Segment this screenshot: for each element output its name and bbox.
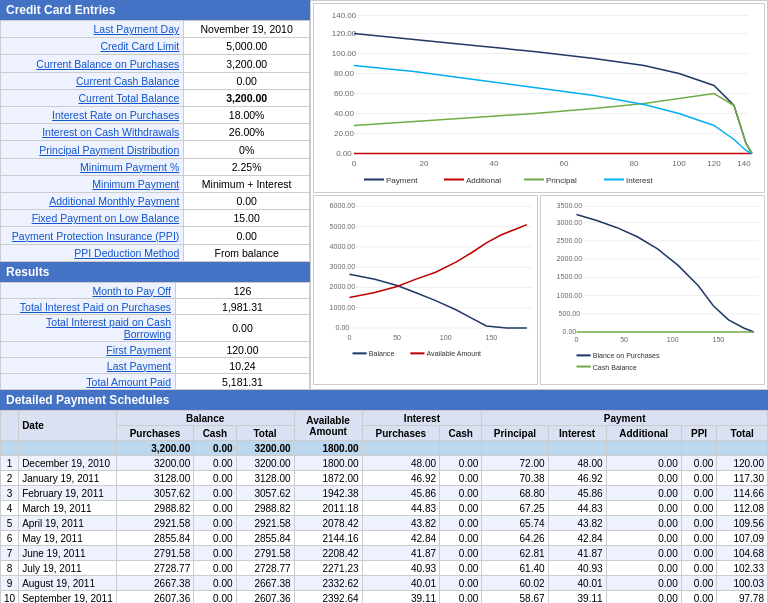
cell-num: 3 — [1, 486, 19, 501]
result-label[interactable]: First Payment — [1, 342, 176, 358]
result-label[interactable]: Last Payment — [1, 358, 176, 374]
cell-additional: 0.00 — [606, 561, 681, 576]
svg-text:50: 50 — [393, 334, 401, 342]
cell-principal — [482, 441, 548, 456]
field-label[interactable]: Last Payment Day — [1, 21, 184, 38]
cell-date: June 19, 2011 — [19, 546, 117, 561]
results-header: Results — [0, 262, 310, 282]
cell-int-cash — [440, 441, 482, 456]
cell-num: 8 — [1, 561, 19, 576]
cell-available: 1800.00 — [294, 441, 362, 456]
field-label-current-cash-balance[interactable]: Current Cash Balance — [1, 72, 184, 89]
cell-total: 2988.82 — [236, 501, 294, 516]
cell-interest-pay: 40.93 — [548, 561, 606, 576]
cell-cash: 0.00 — [194, 516, 236, 531]
cell-date: December 19, 2010 — [19, 456, 117, 471]
field-label[interactable]: Fixed Payment on Low Balance — [1, 210, 184, 227]
cell-total-pay: 120.00 — [717, 456, 768, 471]
cell-available: 1872.00 — [294, 471, 362, 486]
cell-purchases: 2855.84 — [116, 531, 193, 546]
cell-int-cash: 0.00 — [440, 456, 482, 471]
cell-total: 2921.58 — [236, 516, 294, 531]
field-value: 18.00% — [184, 107, 310, 124]
svg-text:100: 100 — [672, 159, 686, 168]
cell-additional: 0.00 — [606, 471, 681, 486]
cell-date: July 19, 2011 — [19, 561, 117, 576]
cell-total-pay: 100.03 — [717, 576, 768, 591]
field-label[interactable]: Principal Payment Distribution — [1, 141, 184, 158]
result-label[interactable]: Total Amount Paid — [1, 374, 176, 390]
cell-total: 2607.36 — [236, 591, 294, 604]
cell-int-cash: 0.00 — [440, 591, 482, 604]
result-value: 126 — [176, 283, 310, 299]
cell-additional: 0.00 — [606, 531, 681, 546]
svg-text:0.00: 0.00 — [335, 324, 349, 332]
cell-purchases: 2791.58 — [116, 546, 193, 561]
cell-total-pay: 107.09 — [717, 531, 768, 546]
cell-ppi: 0.00 — [681, 501, 717, 516]
result-label[interactable]: Total Interest Paid on Purchases — [1, 299, 176, 315]
table-row: 3 February 19, 2011 3057.62 0.00 3057.62… — [1, 486, 768, 501]
field-label[interactable]: Current Total Balance — [1, 89, 184, 106]
field-label[interactable]: Current Balance on Purchases — [1, 55, 184, 72]
field-label[interactable]: Interest Rate on Purchases — [1, 107, 184, 124]
cell-total: 3057.62 — [236, 486, 294, 501]
col-available: AvailableAmount — [294, 411, 362, 441]
cell-int-cash: 0.00 — [440, 501, 482, 516]
table-row: Minimum Payment % 2.25% — [1, 158, 310, 175]
svg-text:0: 0 — [348, 334, 352, 342]
cell-cash: 0.00 — [194, 456, 236, 471]
cell-available: 1942.38 — [294, 486, 362, 501]
svg-text:150: 150 — [712, 336, 724, 344]
table-row: Principal Payment Distribution 0% — [1, 141, 310, 158]
cell-cash: 0.00 — [194, 531, 236, 546]
cell-ppi: 0.00 — [681, 531, 717, 546]
result-label[interactable]: Month to Pay Off — [1, 283, 176, 299]
cell-int-cash: 0.00 — [440, 486, 482, 501]
table-row: Payment Protection Insurance (PPI) 0.00 — [1, 227, 310, 244]
charts-panel: 140.00 120.00 100.00 80.00 60.00 40.00 2… — [310, 0, 768, 390]
cell-total-pay: 109.56 — [717, 516, 768, 531]
entries-table: Last Payment Day November 19, 2010 Credi… — [0, 20, 310, 262]
col-total: Total — [236, 426, 294, 441]
result-value: 10.24 — [176, 358, 310, 374]
cell-int-cash: 0.00 — [440, 546, 482, 561]
field-value: 0.00 — [184, 193, 310, 210]
field-label[interactable]: Minimum Payment — [1, 175, 184, 192]
cell-total: 3128.00 — [236, 471, 294, 486]
cell-int-purchases: 43.82 — [362, 516, 439, 531]
cell-int-purchases: 48.00 — [362, 456, 439, 471]
field-value: 3,200.00 — [184, 55, 310, 72]
svg-text:80.00: 80.00 — [334, 69, 355, 78]
cell-additional: 0.00 — [606, 456, 681, 471]
result-value: 120.00 — [176, 342, 310, 358]
cell-total: 3200.00 — [236, 456, 294, 471]
cell-principal: 65.74 — [482, 516, 548, 531]
table-row: 6 May 19, 2011 2855.84 0.00 2855.84 2144… — [1, 531, 768, 546]
cell-principal: 70.38 — [482, 471, 548, 486]
field-label[interactable]: Additional Monthly Payment — [1, 193, 184, 210]
field-label[interactable]: PPI Deduction Method — [1, 244, 184, 261]
col-group-payment: Payment — [482, 411, 768, 426]
cell-available: 2078.42 — [294, 516, 362, 531]
cell-num: 7 — [1, 546, 19, 561]
svg-text:40.00: 40.00 — [334, 109, 355, 118]
field-label[interactable]: Credit Card Limit — [1, 38, 184, 55]
field-label[interactable]: Minimum Payment % — [1, 158, 184, 175]
cell-principal: 67.25 — [482, 501, 548, 516]
cell-cash: 0.00 — [194, 471, 236, 486]
col-int-cash: Cash — [440, 426, 482, 441]
cell-ppi: 0.00 — [681, 456, 717, 471]
cell-additional: 0.00 — [606, 486, 681, 501]
field-label[interactable]: Payment Protection Insurance (PPI) — [1, 227, 184, 244]
cell-date — [19, 441, 117, 456]
svg-text:100: 100 — [440, 334, 452, 342]
cell-date: April 19, 2011 — [19, 516, 117, 531]
table-row: 5 April 19, 2011 2921.58 0.00 2921.58 20… — [1, 516, 768, 531]
svg-text:150: 150 — [485, 334, 497, 342]
field-label[interactable]: Interest on Cash Withdrawals — [1, 124, 184, 141]
svg-text:50: 50 — [620, 336, 628, 344]
result-label[interactable]: Total Interest paid on Cash Borrowing — [1, 315, 176, 342]
svg-text:60.00: 60.00 — [334, 89, 355, 98]
svg-text:100.00: 100.00 — [332, 49, 357, 58]
